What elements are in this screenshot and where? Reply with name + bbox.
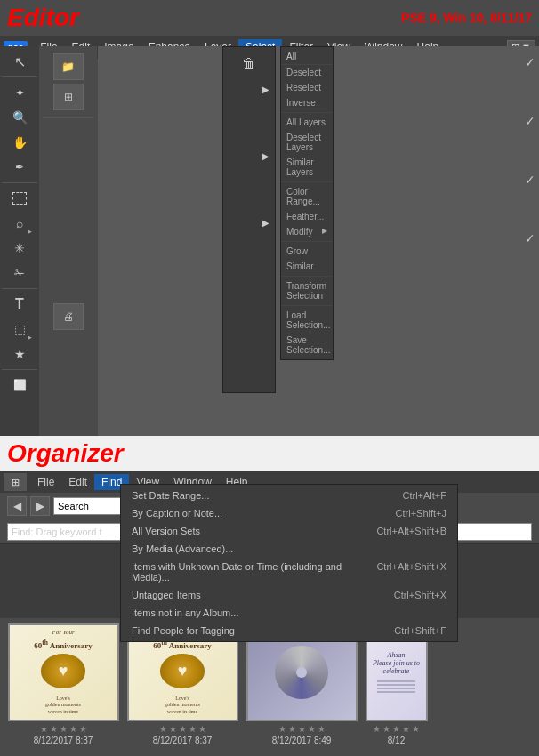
back-button[interactable]: ◀ — [7, 496, 27, 516]
find-not-in-album[interactable]: Items not in any Album... — [121, 604, 457, 622]
crop-tool-btn[interactable]: ✁ — [6, 261, 33, 285]
marquee-tool-btn[interactable] — [6, 187, 33, 210]
trash-icon[interactable]: 🗑 — [242, 56, 256, 72]
photo-date-4: 8/12 — [388, 736, 405, 745]
find-unknown-date-label: Items with Unknown Date or Time (includi… — [132, 561, 376, 583]
forward-icon: ▶ — [36, 500, 44, 512]
arrow-right-3: ▶ — [223, 214, 275, 228]
forward-button[interactable]: ▶ — [30, 496, 50, 516]
find-unknown-date[interactable]: Items with Unknown Date or Time (includi… — [121, 558, 457, 586]
star-4-3: ★ — [392, 724, 400, 734]
find-by-media-label: By Media (Advanced)... — [132, 543, 233, 554]
editor-title: Editor — [7, 4, 79, 32]
photo-thumb-1[interactable]: For Your 60th Anniversary ♥ Love's golde… — [8, 623, 119, 721]
find-people-label: Find People for Tagging — [132, 625, 235, 636]
photo-item-2[interactable]: For Your 60th Anniversary ♥ Love's golde… — [125, 623, 240, 751]
find-people-shortcut: Ctrl+Shift+F — [394, 625, 446, 636]
magic-wand-btn[interactable]: ✳ — [6, 237, 33, 260]
panel-checkmarks: ✓ ✓ ✓ ✓ — [525, 55, 535, 245]
photo-date-3: 8/12/2017 8:49 — [272, 736, 332, 745]
canvas-area: ✓ ✓ ✓ ✓ 🗑 ▶ ▶ ▶ All D — [98, 46, 539, 436]
organizer-title-bar: Organizer — [0, 436, 539, 471]
custom-shape-icon: ★ — [14, 347, 26, 361]
select-feather[interactable]: Feather... — [281, 209, 333, 224]
select-save[interactable]: Save Selection... — [281, 333, 333, 358]
hand-tool-btn[interactable]: ✋ — [6, 131, 33, 154]
type-icon: T — [15, 296, 24, 312]
folder-btn[interactable]: 📁 — [53, 53, 84, 80]
editor-version: PSE 9, Win 10, 8/11/17 — [401, 11, 532, 25]
select-reselect[interactable]: Reselect — [281, 80, 333, 95]
select-inverse[interactable]: Inverse — [281, 95, 333, 110]
star-3-2: ★ — [288, 724, 296, 734]
star-1-4: ★ — [69, 724, 77, 734]
photo-item-4[interactable]: AhsanPlease join us to celebrate ★ ★ ★ ★… — [363, 623, 430, 751]
type-tool-btn[interactable]: T — [6, 293, 33, 316]
star-3-4: ★ — [308, 724, 316, 734]
star-2-2: ★ — [169, 724, 177, 734]
photo-item-1[interactable]: For Your 60th Anniversary ♥ Love's golde… — [5, 623, 121, 751]
org-menu-edit[interactable]: Edit — [61, 474, 94, 490]
select-deselect[interactable]: Deselect — [281, 65, 333, 80]
heart-icon-2: ♥ — [178, 662, 188, 680]
lasso-tool-btn[interactable]: ⌕ — [6, 212, 33, 235]
grid-icon: ⊞ — [64, 91, 73, 103]
find-by-media[interactable]: By Media (Advanced)... — [121, 540, 457, 558]
eyedropper-tool-btn[interactable]: ✒ — [6, 156, 33, 179]
select-similar[interactable]: Similar — [281, 259, 333, 274]
arrow-right-2: ▶ — [223, 148, 275, 161]
shape-icon: ⬚ — [14, 322, 26, 336]
move-tool-btn[interactable]: ↖ — [6, 50, 33, 73]
organizer-logo: ⊞ — [4, 473, 27, 491]
find-untagged-label: Untagged Items — [132, 590, 201, 600]
star-1-2: ★ — [50, 724, 58, 734]
tools-panel: ↖ ✦ 🔍 ✋ ✒ ⌕ ✳ ✁ T ⬚ — [0, 46, 39, 436]
star-3-1: ★ — [278, 724, 286, 734]
find-unknown-date-shortcut: Ctrl+Alt+Shift+X — [376, 561, 446, 583]
find-people-tagging[interactable]: Find People for Tagging Ctrl+Shift+F — [121, 622, 457, 639]
anniversary-circle-1: ♥ — [41, 654, 85, 688]
marquee-icon — [12, 192, 27, 205]
star-3-5: ★ — [318, 724, 326, 734]
paint-bucket-btn[interactable]: ⬜ — [6, 374, 33, 397]
photo-item-3[interactable]: ★ ★ ★ ★ ★ 8/12/2017 8:49 — [244, 623, 359, 751]
org-menu-file[interactable]: File — [30, 474, 61, 490]
selection-tool-btn[interactable]: ✦ — [6, 81, 33, 104]
print-btn[interactable]: 🖨 — [53, 303, 84, 330]
zoom-tool-btn[interactable]: 🔍 — [6, 106, 33, 129]
find-untagged-shortcut: Ctrl+Shift+X — [394, 590, 446, 600]
expand-icon-3: ▶ — [262, 218, 270, 228]
select-load[interactable]: Load Selection... — [281, 308, 333, 333]
find-untagged[interactable]: Untagged Items Ctrl+Shift+X — [121, 586, 457, 604]
checkmark-2: ✓ — [525, 114, 535, 128]
shape-tool-btn[interactable]: ⬚ — [6, 318, 33, 341]
select-all[interactable]: All — [281, 49, 333, 65]
select-transform[interactable]: Transform Selection — [281, 278, 333, 303]
arrow-right-1: ▶ — [223, 81, 275, 94]
star-row-2: ★ ★ ★ ★ ★ — [159, 724, 206, 734]
editor-title-bar: Editor PSE 9, Win 10, 8/11/17 — [0, 0, 539, 36]
select-dropdown: All Deselect Reselect Inverse All Layers… — [280, 46, 334, 360]
grid-btn[interactable]: ⊞ — [53, 84, 84, 110]
select-grow[interactable]: Grow — [281, 244, 333, 259]
org-logo-icon: ⊞ — [12, 477, 20, 488]
magic-wand-icon: ✳ — [14, 241, 25, 255]
select-similar-layers[interactable]: Similar Layers — [281, 155, 333, 180]
find-all-version-sets[interactable]: All Version Sets Ctrl+Alt+Shift+B — [121, 522, 457, 540]
select-modify[interactable]: Modify▶ — [281, 224, 333, 239]
photo-date-2: 8/12/2017 8:37 — [153, 736, 213, 745]
select-color-range[interactable]: Color Range... — [281, 184, 333, 209]
find-by-caption[interactable]: By Caption or Note... Ctrl+Shift+J — [121, 504, 457, 522]
move-icon: ↖ — [14, 53, 26, 70]
select-deselect-layers[interactable]: Deselect Layers — [281, 130, 333, 155]
star-2-3: ★ — [179, 724, 187, 734]
select-all-layers[interactable]: All Layers — [281, 115, 333, 130]
custom-shape-btn[interactable]: ★ — [6, 342, 33, 366]
secondary-toolbar: 📁 ⊞ 🖨 — [39, 46, 97, 337]
expand-icon-1: ▶ — [262, 84, 270, 94]
find-set-date-range[interactable]: Set Date Range... Ctrl+Alt+F — [121, 487, 457, 504]
star-2-1: ★ — [159, 724, 167, 734]
organizer-title: Organizer — [7, 439, 124, 468]
search-input[interactable] — [53, 497, 125, 515]
photo-date-1: 8/12/2017 8:37 — [34, 736, 93, 745]
